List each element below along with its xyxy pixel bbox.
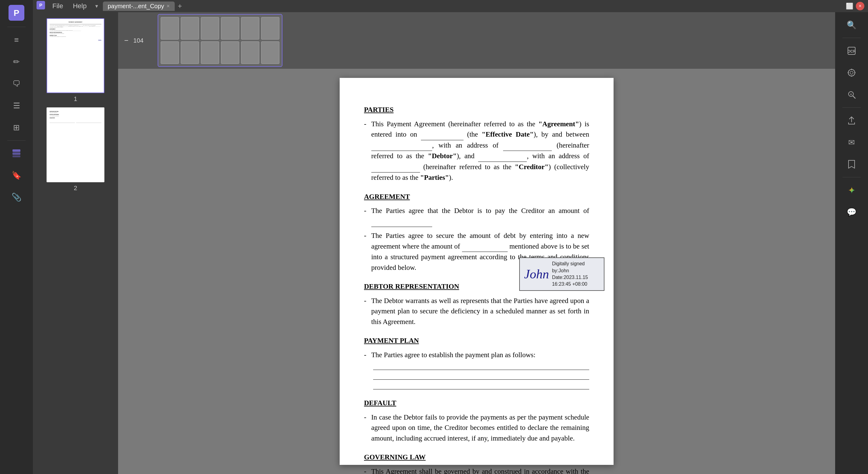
window-close-button[interactable]: × [856,2,864,10]
agreement-p1: - The Parties agree that the Debtor is t… [364,206,589,227]
agreement-bold: "Agreement" [538,120,579,128]
digital-signature-box: John Digitally signed by:John Date:2023.… [519,257,604,291]
grid-view-icon[interactable]: ⊞ [6,117,27,138]
find-replace-icon[interactable]: A [841,84,862,105]
payment-plan-heading: PAYMENT PLAN [364,336,589,346]
document-viewer: − 104 [118,12,835,474]
tab-dropdown-arrow[interactable]: ▾ [95,3,98,9]
thumbnail-label-1: 1 [74,96,77,102]
new-tab-button[interactable]: + [175,1,184,11]
svg-rect-3 [12,152,21,155]
img-cell-1[interactable] [161,17,179,39]
tab-close-button[interactable]: × [166,3,170,9]
share-upload-icon[interactable] [841,110,862,131]
list-view-icon[interactable]: ☰ [6,95,27,116]
paperclip-icon[interactable]: 📎 [6,187,27,208]
left-sidebar: P ≡ ✏ 🗨 ☰ ⊞ 🔖 📎 [0,0,33,474]
svg-point-10 [850,71,853,74]
thumbnail-image-2: REPRESENTATIONS Each party represents...… [46,107,104,182]
sig-date: Date:2023.11.15 [552,274,599,281]
save-bookmark-icon[interactable] [841,154,862,175]
zoom-out-button[interactable]: − [123,35,130,46]
window-controls: ⬜ × [846,2,864,10]
thumbnail-page-2[interactable]: REPRESENTATIONS Each party represents...… [46,107,104,192]
title-bar: P File Help ▾ payment-...ent_Copy × + ⬜ … [33,0,868,12]
img-cell-12[interactable] [261,41,279,64]
ocr-icon[interactable]: OCR [841,40,862,61]
payment-line-2 [373,374,589,380]
img-cell-11[interactable] [261,17,279,39]
creditor-bold: "Creditor" [515,163,549,171]
img-cell-10[interactable] [241,41,259,64]
email-icon[interactable]: ✉ [841,132,862,153]
sidebar-divider-top [7,27,26,27]
tab-bar: payment-...ent_Copy × + [103,1,184,11]
img-cell-7[interactable] [221,17,239,39]
svg-text:A: A [850,93,852,96]
svg-text:OCR: OCR [847,49,856,54]
scan-icon[interactable] [841,62,862,83]
creditor-name-blank [478,151,527,162]
app-logo: P [6,2,27,23]
creditor-address-blank [371,162,420,173]
signature-name: John [524,265,549,284]
payment-plan-p1: - The Parties agree to establish the pay… [364,350,589,360]
amount-blank [371,216,432,227]
comment-bubble-icon[interactable]: 🗨 [6,73,27,94]
file-menu[interactable]: File [49,1,67,11]
colorful-apps-icon[interactable]: ✦ [841,180,862,200]
layers-icon[interactable] [6,143,27,164]
thumbnail-image-1: PAYMENT AGREEMENT This Payment Agreement… [46,18,104,93]
svg-rect-4 [12,155,21,157]
pages-icon[interactable]: ≡ [6,30,27,50]
active-tab[interactable]: payment-...ent_Copy × [103,2,175,11]
img-cell-8[interactable] [221,41,239,64]
effective-date-bold: "Effective Date" [482,130,534,138]
debtor-name-blank [371,140,432,151]
img-cell-4[interactable] [181,41,199,64]
parties-paragraph: - This Payment Agreement (hereinafter re… [364,119,589,183]
governing-law-p1: - This Agreement shall be governed by an… [364,466,589,474]
img-cell-6[interactable] [201,41,219,64]
payment-plan-lines [373,364,589,389]
document-page: PARTIES - This Payment Agreement (herein… [340,78,614,465]
tab-label: payment-...ent_Copy [108,3,164,10]
debtor-address-blank [503,140,552,151]
img-cell-2[interactable] [161,41,179,64]
svg-point-9 [848,69,855,76]
parties-heading: PARTIES [364,105,589,115]
search-icon[interactable]: 🔍 [841,14,862,35]
right-sidebar-divider-2 [842,107,861,108]
debtor-rep-p1: - The Debtor warrants as well as represe… [364,296,589,327]
image-selector-grid[interactable] [158,14,282,67]
zoom-level-display: 104 [133,37,152,44]
img-cell-3[interactable] [181,17,199,39]
signature-details: Digitally signed by:John Date:2023.11.15… [552,260,599,288]
sidebar-divider-mid [7,140,26,140]
app-menu-logo: P [36,1,45,11]
img-cell-9[interactable] [241,17,259,39]
debtor-bold: "Debtor" [428,152,457,160]
thumbnail-page-1[interactable]: PAYMENT AGREEMENT This Payment Agreement… [46,18,104,102]
svg-line-16 [853,96,855,98]
edit-pencil-icon[interactable]: ✏ [6,52,27,72]
sig-signed-by: Digitally signed by:John [552,260,599,274]
bookmark-icon[interactable]: 🔖 [6,165,27,186]
agreement-heading: AGREEMENT [364,192,589,202]
window-expand-icon[interactable]: ⬜ [846,2,854,10]
img-cell-5[interactable] [201,17,219,39]
right-sidebar: 🔍 OCR A [835,12,868,474]
right-sidebar-divider-1 [842,38,861,38]
thumbnails-panel: PAYMENT AGREEMENT This Payment Agreement… [33,12,118,474]
document-toolbar: − 104 [118,12,835,69]
debt-amount-blank [462,241,508,252]
thumbnail-label-2: 2 [74,185,77,192]
payment-line-3 [373,383,589,389]
default-heading: DEFAULT [364,398,589,409]
payment-line-1 [373,364,589,370]
help-menu[interactable]: Help [69,1,90,11]
svg-rect-2 [12,149,21,152]
speech-bubble-icon[interactable]: 💬 [841,202,862,222]
governing-law-heading: GOVERNING LAW [364,452,589,463]
parties-bold: "Parties" [420,174,449,181]
